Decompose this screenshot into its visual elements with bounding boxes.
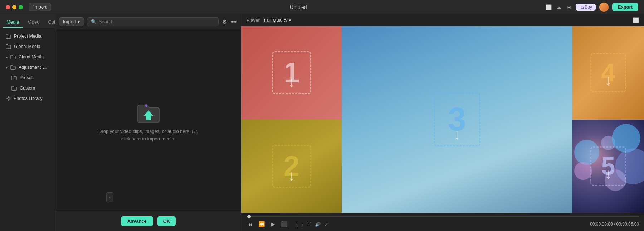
- monitor-icon[interactable]: ⬜: [546, 4, 552, 10]
- arrow-icon: ↓: [288, 168, 295, 184]
- import-button[interactable]: Import: [29, 3, 51, 11]
- current-time: 00:00:00:00: [590, 222, 613, 227]
- drop-slot-5[interactable]: 5 ↓: [590, 146, 626, 186]
- minimize-button[interactable]: [12, 5, 16, 9]
- sidebar-item-custom[interactable]: Custom: [1, 83, 54, 93]
- fullscreen-icon[interactable]: ⤢: [324, 222, 328, 227]
- search-icon: 🔍: [91, 19, 97, 24]
- folder-icon: [10, 65, 16, 70]
- video-grid: 1 ↓ 3 ↓ 4 ↓: [241, 26, 644, 213]
- buy-button[interactable]: 🛍 Buy: [576, 4, 596, 11]
- play-button[interactable]: ▶: [270, 220, 276, 228]
- ok-button[interactable]: OK: [157, 216, 176, 226]
- avatar[interactable]: [599, 3, 609, 12]
- drop-slot-3[interactable]: 3 ↓: [434, 93, 480, 146]
- volume-icon[interactable]: 🔊: [315, 222, 321, 227]
- media-toolbar: Import ▾ 🔍 ⚙ •••: [55, 14, 241, 29]
- extra-controls: { } ⛶ 🔊 ⤢: [296, 222, 328, 227]
- tab-media[interactable]: Media: [3, 17, 23, 28]
- progress-bar[interactable]: [247, 216, 639, 217]
- quality-label: Full Quality: [264, 18, 287, 23]
- sidebar-nav: Project Media Global Media ▸ Cloud Media…: [0, 28, 55, 231]
- folder-icon: [6, 34, 11, 39]
- video-cell-3: 3 ↓: [342, 26, 572, 213]
- player-panel: Player Full Quality ▾ ⬜ 1 ↓: [241, 14, 644, 231]
- sidebar-item-project-media[interactable]: Project Media: [1, 31, 54, 41]
- chevron-down-icon: ▾: [289, 18, 291, 23]
- titlebar-right: ⬜ ☁ ⊞ 🛍 Buy Export: [546, 3, 638, 12]
- arrow-icon: ↓: [605, 72, 612, 88]
- video-grid-inner: 1 ↓ 3 ↓ 4 ↓: [241, 26, 644, 213]
- sidebar-item-global-media[interactable]: Global Media: [1, 42, 54, 52]
- player-label: Player: [247, 18, 260, 23]
- import-dropdown-button[interactable]: Import ▾: [59, 17, 84, 26]
- maximize-button[interactable]: [19, 5, 23, 9]
- advance-button[interactable]: Advance: [121, 216, 153, 226]
- grid-icon[interactable]: ⊞: [566, 4, 572, 10]
- time-display: 00:00:00:00 / 00:00:05:00: [590, 222, 639, 227]
- folder-icon: [11, 76, 17, 80]
- close-button[interactable]: [6, 5, 10, 9]
- svg-point-4: [574, 162, 592, 180]
- player-header: Player Full Quality ▾ ⬜: [241, 14, 644, 26]
- bracket-in-icon[interactable]: {: [296, 222, 298, 227]
- collapse-panel-button[interactable]: ‹: [106, 192, 113, 202]
- total-time: 00:00:05:00: [616, 222, 639, 227]
- import-illustration: [136, 98, 161, 123]
- window-title: Untitled: [290, 4, 307, 10]
- sidebar-label-photos-library: Photos Library: [14, 96, 49, 101]
- sidebar-label-global-media: Global Media: [14, 44, 49, 49]
- svg-point-0: [8, 98, 9, 99]
- sidebar-item-adjustment-lib[interactable]: ▾ Adjustment L...: [1, 62, 54, 72]
- sidebar-label-project-media: Project Media: [14, 34, 49, 39]
- arrow-icon: ↓: [288, 74, 295, 90]
- stop-button[interactable]: ⬛: [280, 220, 288, 228]
- drop-slot-4[interactable]: 4 ↓: [590, 53, 626, 92]
- time-separator: /: [614, 222, 615, 227]
- drop-slot-2[interactable]: 2 ↓: [272, 145, 311, 188]
- quality-dropdown[interactable]: Full Quality ▾: [264, 18, 291, 23]
- video-cell-1: 1 ↓: [241, 26, 342, 120]
- left-panel: Media Video Color Project Media Global M…: [0, 14, 55, 231]
- expand-icon[interactable]: ⛶: [307, 222, 311, 227]
- export-button[interactable]: Export: [612, 3, 638, 11]
- search-input[interactable]: [99, 19, 215, 24]
- player-controls: ⏮ ⏪ ▶ ⬛ { } ⛶ 🔊 ⤢ 00:00:00:00 / 00:00:05…: [241, 213, 644, 231]
- video-cell-2: 2 ↓: [241, 120, 342, 213]
- sidebar-label-custom: Custom: [20, 86, 49, 91]
- tab-bar: Media Video Color: [0, 14, 55, 28]
- sidebar-item-cloud-media[interactable]: ▸ Cloud Media: [1, 52, 54, 62]
- sidebar-label-preset: Preset: [20, 75, 49, 80]
- media-panel: Import ▾ 🔍 ⚙ •••: [55, 14, 241, 231]
- search-box: 🔍: [87, 17, 219, 26]
- drop-slot-1[interactable]: 1 ↓: [272, 51, 311, 94]
- sidebar-item-photos-library[interactable]: Photos Library: [1, 93, 54, 104]
- titlebar: Import Untitled ⬜ ☁ ⊞ 🛍 Buy Export: [0, 0, 644, 14]
- video-cell-4: 4 ↓: [572, 26, 644, 120]
- bracket-out-icon[interactable]: }: [301, 222, 303, 227]
- arrow-icon: ↓: [454, 126, 461, 143]
- skip-back-button[interactable]: ⏮: [247, 221, 253, 228]
- folder-icon: [11, 86, 17, 91]
- gear-icon: [6, 96, 11, 101]
- sidebar-item-preset[interactable]: Preset: [1, 73, 54, 83]
- folder-icon: [10, 55, 16, 59]
- fullscreen-icon[interactable]: ⬜: [633, 17, 639, 23]
- chevron-down-icon: ▾: [6, 66, 8, 69]
- titlebar-left: Import: [6, 3, 51, 11]
- drop-text: Drop your video clips, images, or audio …: [98, 128, 198, 143]
- tab-video[interactable]: Video: [24, 17, 43, 28]
- filter-icon[interactable]: ⚙: [221, 18, 228, 26]
- folder-icon: [6, 44, 11, 49]
- more-options-icon[interactable]: •••: [230, 18, 238, 26]
- step-back-button[interactable]: ⏪: [258, 220, 266, 228]
- video-cell-6: 5 ↓: [572, 120, 644, 213]
- dialog-bar: Advance OK: [55, 211, 241, 231]
- toolbar-icons: ⚙ •••: [221, 18, 238, 26]
- chevron-down-icon: ▾: [78, 19, 80, 24]
- chevron-right-icon: ▸: [6, 55, 8, 59]
- drop-zone[interactable]: Drop your video clips, images, or audio …: [55, 29, 241, 211]
- arrow-icon: ↓: [605, 166, 612, 182]
- cloud-icon[interactable]: ☁: [556, 4, 562, 10]
- progress-indicator: [247, 215, 251, 218]
